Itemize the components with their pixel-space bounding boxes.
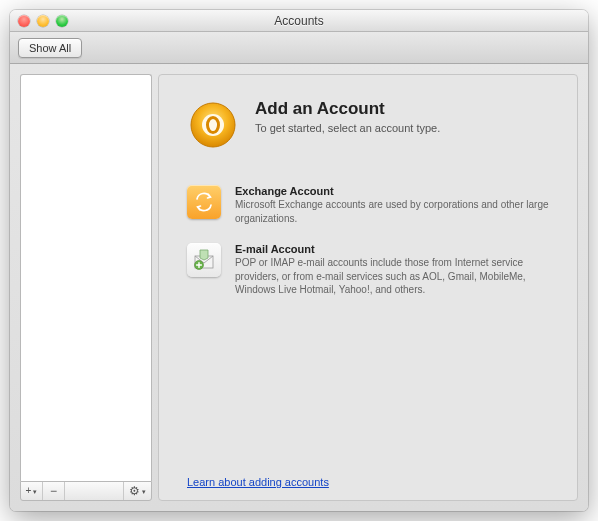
email-icon bbox=[187, 243, 221, 277]
option-label: Exchange Account bbox=[235, 185, 549, 197]
accounts-window: Accounts Show All + ▾ − ⚙ ▾ bbox=[10, 10, 588, 511]
minimize-icon[interactable] bbox=[37, 15, 49, 27]
learn-link[interactable]: Learn about adding accounts bbox=[187, 456, 549, 488]
settings-button[interactable]: ⚙ ▾ bbox=[123, 482, 151, 500]
option-desc: Microsoft Exchange accounts are used by … bbox=[235, 198, 549, 225]
exchange-icon bbox=[187, 185, 221, 219]
chevron-down-icon: ▾ bbox=[33, 488, 37, 495]
toolbar: Show All bbox=[10, 32, 588, 64]
sidebar: + ▾ − ⚙ ▾ bbox=[20, 74, 152, 501]
hero-text: Add an Account To get started, select an… bbox=[255, 99, 440, 134]
chevron-down-icon: ▾ bbox=[142, 488, 146, 495]
page-subtitle: To get started, select an account type. bbox=[255, 122, 440, 134]
remove-account-button[interactable]: − bbox=[43, 482, 65, 500]
outlook-logo-icon bbox=[187, 99, 239, 151]
window-body: + ▾ − ⚙ ▾ bbox=[10, 64, 588, 511]
show-all-button[interactable]: Show All bbox=[18, 38, 82, 58]
gear-icon: ⚙ bbox=[129, 485, 140, 497]
zoom-icon[interactable] bbox=[56, 15, 68, 27]
show-all-label: Show All bbox=[29, 42, 71, 54]
page-title: Add an Account bbox=[255, 99, 440, 119]
close-icon[interactable] bbox=[18, 15, 30, 27]
hero: Add an Account To get started, select an… bbox=[187, 99, 549, 151]
option-text: E-mail Account POP or IMAP e-mail accoun… bbox=[235, 243, 549, 297]
option-label: E-mail Account bbox=[235, 243, 549, 255]
option-email[interactable]: E-mail Account POP or IMAP e-mail accoun… bbox=[187, 243, 549, 297]
window-controls bbox=[18, 15, 68, 27]
option-exchange[interactable]: Exchange Account Microsoft Exchange acco… bbox=[187, 185, 549, 225]
window-title: Accounts bbox=[10, 14, 588, 28]
minus-icon: − bbox=[50, 485, 57, 497]
option-desc: POP or IMAP e-mail accounts include thos… bbox=[235, 256, 549, 297]
main-panel: Add an Account To get started, select an… bbox=[158, 74, 578, 501]
plus-icon: + bbox=[26, 486, 32, 496]
account-list[interactable] bbox=[20, 74, 152, 481]
add-account-button[interactable]: + ▾ bbox=[21, 482, 43, 500]
option-text: Exchange Account Microsoft Exchange acco… bbox=[235, 185, 549, 225]
sidebar-footer: + ▾ − ⚙ ▾ bbox=[20, 481, 152, 501]
svg-marker-4 bbox=[200, 250, 208, 260]
titlebar: Accounts bbox=[10, 10, 588, 32]
